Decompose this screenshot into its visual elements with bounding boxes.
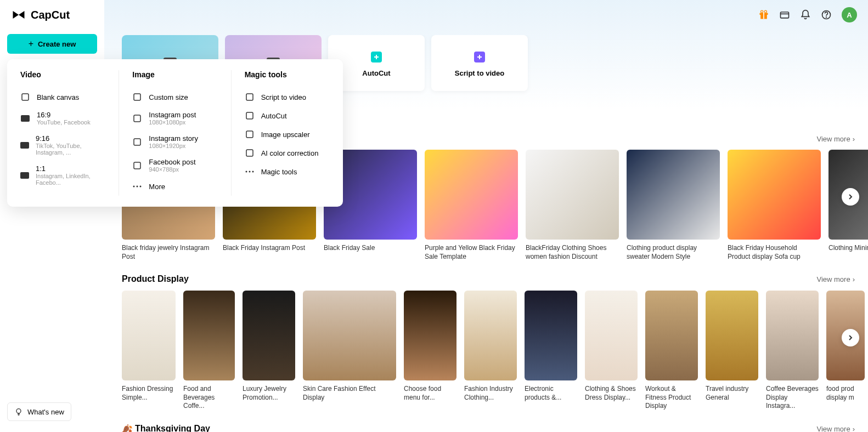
avatar[interactable]: A — [842, 7, 857, 22]
custom-size-icon — [132, 92, 142, 102]
view-more-link[interactable]: View more› — [816, 275, 855, 283]
logo[interactable]: CapCut — [11, 7, 70, 22]
card-icon[interactable] — [779, 9, 790, 20]
bell-icon[interactable] — [800, 9, 811, 20]
svg-rect-5 — [781, 12, 789, 18]
view-more-link[interactable]: View more› — [816, 135, 855, 143]
dropdown-item[interactable]: 9:16TikTok, YouTube, Instagram, ... — [20, 130, 105, 160]
chevron-right-icon: › — [853, 425, 855, 432]
template-card[interactable]: Clothing & Shoes Dress Display... — [585, 291, 638, 411]
chevron-right-icon — [847, 334, 854, 341]
template-card[interactable]: Electronic products &... — [525, 291, 577, 411]
template-card[interactable]: food prod display m — [826, 291, 865, 411]
plus-icon: + — [29, 39, 33, 49]
template-card[interactable]: Black Friday Household Product display S… — [728, 150, 821, 261]
dropdown-item[interactable]: AutoCut — [245, 106, 330, 125]
template-title: Black friday jewelry Instagram Post — [122, 244, 215, 261]
template-card[interactable]: Coffee Beverages Display Instagra... — [766, 291, 819, 411]
section-title: 🍂Thanksgiving Day — [122, 424, 210, 432]
dropdown-item[interactable]: Custom size — [132, 88, 217, 106]
create-label: Create new — [38, 40, 76, 48]
template-title: Choose food menu for... — [404, 385, 456, 402]
template-thumbnail — [627, 150, 720, 240]
template-card[interactable]: Fashion Dressing Simple... — [122, 291, 176, 411]
scroll-right-button[interactable] — [842, 329, 859, 346]
template-thumbnail — [243, 291, 295, 380]
dropdown-heading: Video — [20, 70, 105, 79]
view-more-link[interactable]: View more› — [816, 425, 855, 432]
svg-point-20 — [140, 186, 142, 187]
template-card[interactable]: Choose food menu for... — [404, 291, 456, 411]
dropdown-item[interactable]: Script to video — [245, 88, 330, 106]
dropdown-item-subtitle: 1080×1920px — [149, 143, 198, 149]
tile-icon — [369, 49, 384, 65]
template-title: Clothing & Shoes Dress Display... — [585, 385, 638, 402]
gift-icon[interactable] — [758, 9, 769, 20]
dropdown-item-title: AutoCut — [261, 112, 287, 120]
template-card[interactable]: Skin Care Fashion Effect Display — [303, 291, 396, 411]
dropdown-item[interactable]: Magic tools — [245, 162, 330, 181]
instagram-icon — [132, 137, 142, 147]
tile-label: Script to video — [455, 69, 504, 77]
template-title: Fashion Dressing Simple... — [122, 385, 176, 402]
quick-tile[interactable]: Script to video — [431, 35, 528, 91]
template-card[interactable]: Workout & Fitness Product Display — [645, 291, 698, 411]
template-title: Black Friday Instagram Post — [223, 244, 316, 253]
help-icon[interactable] — [821, 9, 832, 20]
dropdown-heading: Image — [132, 70, 217, 79]
dropdown-item-title: AI color correction — [261, 149, 319, 157]
chevron-right-icon: › — [853, 275, 855, 283]
template-card[interactable]: Clothing product display sweater Modern … — [627, 150, 720, 261]
template-thumbnail — [464, 291, 517, 380]
template-thumbnail — [706, 291, 758, 380]
template-thumbnail — [728, 150, 821, 240]
dropdown-item[interactable]: More — [132, 177, 217, 196]
svg-rect-15 — [134, 115, 140, 122]
svg-rect-14 — [134, 94, 140, 100]
tile-icon — [472, 49, 487, 65]
svg-rect-22 — [246, 112, 253, 119]
dropdown-item-title: 1:1 — [36, 164, 105, 173]
create-new-button[interactable]: + Create new — [7, 34, 97, 54]
template-card[interactable]: BlackFriday Clothing Shoes women fashion… — [526, 150, 619, 261]
chevron-right-icon: › — [853, 135, 855, 143]
dropdown-item[interactable]: 1:1Instagram, LinkedIn, Facebo... — [20, 160, 105, 190]
template-title: Clothing product display sweater Modern … — [627, 244, 720, 261]
svg-point-4 — [764, 10, 766, 13]
svg-point-3 — [761, 10, 763, 13]
script-icon — [245, 92, 255, 102]
template-title: Luxury Jewelry Promotion... — [243, 385, 295, 402]
dropdown-item[interactable]: Image upscaler — [245, 125, 330, 144]
template-thumbnail — [585, 291, 638, 380]
svg-point-27 — [252, 171, 253, 173]
svg-rect-23 — [246, 131, 253, 138]
template-title: Clothing Minimal — [828, 244, 868, 253]
template-title: Food and Beverages Coffe... — [183, 385, 235, 411]
dropdown-item-subtitle: YouTube, Facebook — [37, 119, 91, 126]
svg-point-19 — [137, 186, 138, 187]
template-card[interactable]: Purple and Yellow Black Friday Sale Temp… — [425, 150, 518, 261]
dropdown-item-title: Blank canvas — [37, 93, 79, 101]
dropdown-item[interactable]: Instagram story1080×1920px — [132, 130, 217, 154]
template-card[interactable]: Luxury Jewelry Promotion... — [243, 291, 295, 411]
template-title: BlackFriday Clothing Shoes women fashion… — [526, 244, 619, 261]
template-thumbnail — [766, 291, 819, 380]
template-card[interactable]: Travel industry General — [706, 291, 758, 411]
template-card[interactable]: Food and Beverages Coffe... — [183, 291, 235, 411]
dropdown-item-title: Instagram post — [149, 111, 196, 119]
whats-new-button[interactable]: What's new — [7, 402, 71, 421]
dropdown-item[interactable]: 16:9YouTube, Facebook — [20, 106, 105, 130]
dropdown-item-title: Script to video — [261, 93, 306, 101]
template-card[interactable]: Fashion Industry Clothing... — [464, 291, 517, 411]
scroll-right-button[interactable] — [842, 188, 859, 206]
dropdown-item[interactable]: Facebook post940×788px — [132, 154, 217, 177]
dropdown-item[interactable]: AI color correction — [245, 144, 330, 162]
template-thumbnail — [645, 291, 698, 380]
dropdown-item[interactable]: Instagram post1080×1080px — [132, 106, 217, 130]
svg-rect-16 — [134, 139, 140, 145]
dropdown-item[interactable]: Blank canvas — [20, 88, 105, 106]
dropdown-item-title: 16:9 — [37, 111, 91, 119]
dropdown-item-title: 9:16 — [36, 134, 105, 143]
ratio-1-1-icon — [20, 170, 29, 180]
dropdown-item-subtitle: TikTok, YouTube, Instagram, ... — [36, 143, 105, 156]
